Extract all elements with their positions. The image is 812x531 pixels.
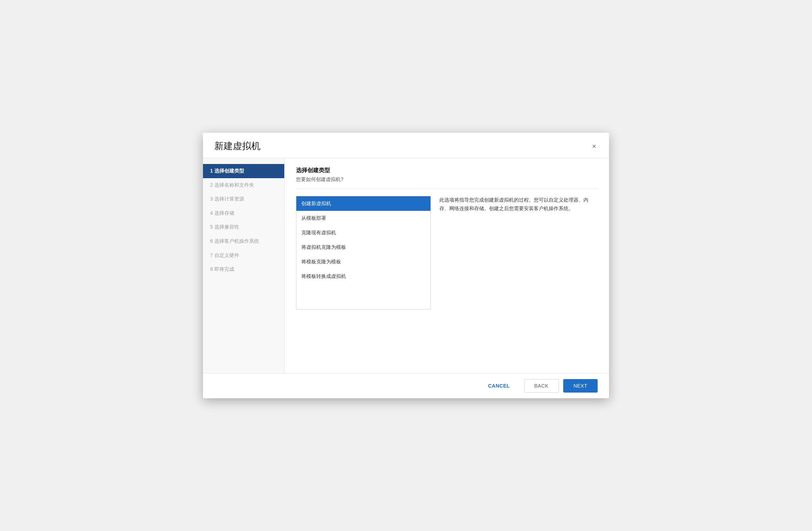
next-button[interactable]: NEXT bbox=[563, 379, 598, 393]
dialog-footer: CANCEL BACK NEXT bbox=[203, 373, 609, 398]
close-button[interactable]: × bbox=[591, 141, 598, 151]
list-item-create_new[interactable]: 创建新虚拟机 bbox=[296, 196, 430, 211]
dialog: 新建虚拟机 × 1 选择创建类型2 选择名称和文件夹3 选择计算资源4 选择存储… bbox=[203, 133, 609, 398]
list-item-clone_existing[interactable]: 克隆现有虚拟机 bbox=[296, 225, 430, 240]
creation-type-list: 创建新虚拟机从模板部署克隆现有虚拟机将虚拟机克隆为模板将模板克隆为模板将模板转换… bbox=[296, 196, 431, 310]
sidebar: 1 选择创建类型2 选择名称和文件夹3 选择计算资源4 选择存储5 选择兼容性6… bbox=[203, 158, 285, 373]
sidebar-item-step6[interactable]: 6 选择客户机操作系统 bbox=[203, 234, 284, 248]
description-panel: 此选项将指导您完成创建新虚拟机的过程。您可以自定义处理器、内存、网络连接和存储。… bbox=[439, 196, 598, 310]
list-item-from_template[interactable]: 从模板部署 bbox=[296, 211, 430, 225]
dialog-header: 新建虚拟机 × bbox=[203, 133, 609, 158]
list-item-convert_template[interactable]: 将模板转换成虚拟机 bbox=[296, 269, 430, 284]
list-item-clone_template[interactable]: 将模板克隆为模板 bbox=[296, 254, 430, 269]
two-column-layout: 创建新虚拟机从模板部署克隆现有虚拟机将虚拟机克隆为模板将模板克隆为模板将模板转换… bbox=[296, 196, 598, 310]
sidebar-item-step7[interactable]: 7 自定义硬件 bbox=[203, 248, 284, 263]
back-button[interactable]: BACK bbox=[524, 379, 559, 393]
sidebar-item-step1[interactable]: 1 选择创建类型 bbox=[203, 164, 284, 178]
sidebar-item-step3[interactable]: 3 选择计算资源 bbox=[203, 192, 284, 206]
sidebar-item-step2[interactable]: 2 选择名称和文件夹 bbox=[203, 178, 284, 192]
sidebar-item-step5[interactable]: 5 选择兼容性 bbox=[203, 220, 284, 234]
list-item-clone_to_template[interactable]: 将虚拟机克隆为模板 bbox=[296, 240, 430, 254]
dialog-body: 1 选择创建类型2 选择名称和文件夹3 选择计算资源4 选择存储5 选择兼容性6… bbox=[203, 158, 609, 373]
section-subtitle: 您要如何创建虚拟机? bbox=[296, 176, 598, 183]
content-divider bbox=[296, 188, 598, 189]
cancel-button[interactable]: CANCEL bbox=[478, 379, 520, 392]
sidebar-item-step4[interactable]: 4 选择存储 bbox=[203, 206, 284, 220]
main-content: 选择创建类型 您要如何创建虚拟机? 创建新虚拟机从模板部署克隆现有虚拟机将虚拟机… bbox=[285, 158, 609, 373]
sidebar-item-step8[interactable]: 8 即将完成 bbox=[203, 262, 284, 277]
dialog-title: 新建虚拟机 bbox=[214, 140, 260, 152]
section-title: 选择创建类型 bbox=[296, 167, 598, 174]
